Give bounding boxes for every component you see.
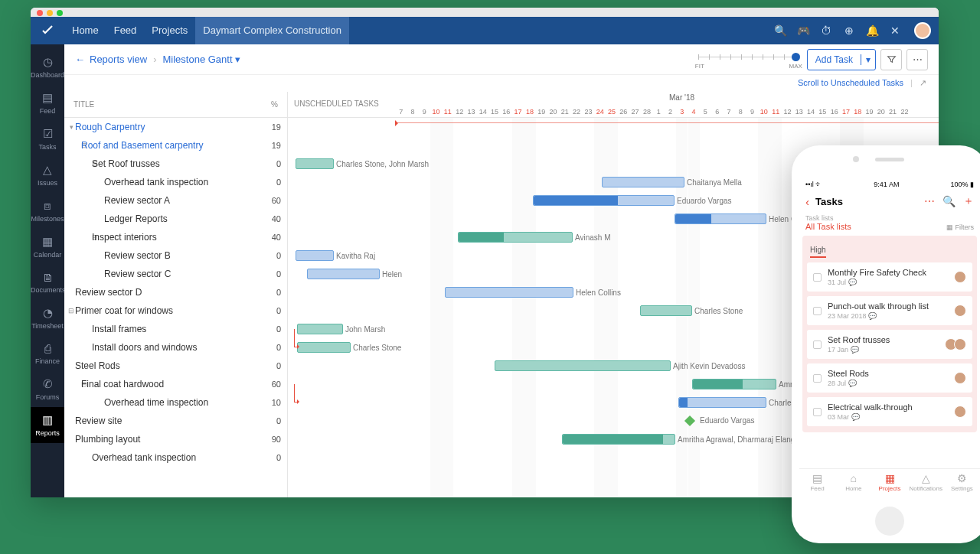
expand-icon[interactable]: ⊟: [67, 160, 92, 168]
task-row[interactable]: Review sector C0: [64, 265, 287, 283]
task-row[interactable]: Overhead tank inspection0: [64, 448, 287, 467]
breadcrumb-reports[interactable]: Reports view: [90, 54, 147, 65]
export-icon[interactable]: ↗: [920, 78, 926, 87]
day-13: 13: [466, 108, 477, 116]
gantt-bar[interactable]: John Marsh: [297, 324, 343, 334]
all-tasklists-dropdown[interactable]: All Task lists: [805, 222, 851, 231]
checkbox[interactable]: [813, 408, 822, 416]
rail-documents[interactable]: 🗎Documents: [31, 265, 64, 300]
task-row[interactable]: ⊟Roof and Basement carpentry19: [64, 136, 287, 155]
view-dropdown[interactable]: Milestone Gantt ▾: [162, 54, 240, 65]
phone-more-icon[interactable]: ⋯: [924, 195, 935, 207]
expand-icon[interactable]: ⊟: [67, 142, 81, 149]
maximize-icon[interactable]: [57, 10, 63, 16]
gantt-bar[interactable]: Helen: [307, 269, 380, 279]
task-row[interactable]: Review site0: [64, 412, 287, 430]
add-task-dropdown-icon[interactable]: ▾: [861, 54, 875, 65]
gantt-bar[interactable]: Eduardo Vargas: [533, 195, 675, 206]
task-card[interactable]: Punch-out walk through list23 Mar 2018 💬: [807, 296, 972, 325]
task-row[interactable]: ⊟Primer coat for windows0: [64, 301, 287, 320]
phone-back-icon[interactable]: ‹: [805, 195, 809, 208]
task-row[interactable]: Plumbing layout90: [64, 430, 287, 448]
app-logo-icon[interactable]: [31, 24, 64, 37]
task-row[interactable]: Overhead tank inspection0: [64, 173, 287, 191]
rail-tasks[interactable]: ☑Tasks: [31, 121, 64, 157]
gantt-bar[interactable]: Charles Stone, John Marsh: [296, 158, 334, 169]
task-row[interactable]: ▾Rough Carpentry19: [64, 118, 287, 136]
nav-feed[interactable]: Feed: [106, 17, 145, 44]
task-row[interactable]: ⊟Final coat hardwood60: [64, 375, 287, 393]
gantt-bar[interactable]: Kavitha Raj: [296, 250, 334, 261]
task-card[interactable]: Electrical walk-through03 Mar 💬: [807, 397, 972, 426]
slider-knob[interactable]: [792, 53, 800, 61]
tab-settings[interactable]: ⚙Settings: [944, 469, 980, 500]
add-icon[interactable]: ⊕: [838, 24, 861, 37]
bell-icon[interactable]: 🔔: [861, 24, 884, 37]
close-icon[interactable]: [37, 10, 43, 16]
rail-calendar[interactable]: ▦Calendar: [31, 229, 64, 265]
scroll-unscheduled-link[interactable]: Scroll to Unscheduled Tasks: [798, 78, 903, 87]
task-row[interactable]: ⊟Inspect interiors40: [64, 228, 287, 246]
phone-add-icon[interactable]: ＋: [963, 194, 974, 208]
gantt-bar[interactable]: Chaitanya Mella: [602, 177, 684, 187]
expand-icon[interactable]: ⊟: [67, 380, 81, 388]
search-icon[interactable]: 🔍: [769, 24, 792, 37]
gantt-bar[interactable]: Ajith Kevin Devadoss: [495, 360, 671, 371]
filters-toggle[interactable]: ▦ Filters: [946, 223, 974, 231]
task-row[interactable]: ⊟Set Roof trusses0: [64, 155, 287, 173]
task-card[interactable]: Set Roof trusses17 Jan 💬: [807, 330, 972, 359]
task-row[interactable]: Ledger Reports40: [64, 210, 287, 228]
rail-issues[interactable]: △Issues: [31, 157, 64, 193]
phone-search-icon[interactable]: 🔍: [942, 195, 956, 207]
checkbox[interactable]: [813, 374, 822, 383]
gamepad-icon[interactable]: 🎮: [792, 24, 815, 37]
checkbox[interactable]: [813, 273, 822, 282]
rail-milestones[interactable]: ⧈Milestones: [31, 193, 64, 229]
rail-finance[interactable]: ⎙Finance: [31, 336, 64, 371]
gantt-bar[interactable]: Helen Collins,: [675, 213, 766, 224]
task-row[interactable]: Steel Rods0: [64, 357, 287, 375]
rail-forums[interactable]: ✆Forums: [31, 371, 64, 407]
task-row[interactable]: Install frames0: [64, 320, 287, 338]
task-row[interactable]: Install doors and windows0: [64, 338, 287, 357]
task-row[interactable]: Review sector A60: [64, 191, 287, 210]
timer-icon[interactable]: ⏱: [815, 24, 838, 37]
rail-dashboard[interactable]: ◷Dashboard: [31, 49, 64, 85]
checkbox[interactable]: [813, 307, 822, 315]
expand-icon[interactable]: ⊟: [67, 307, 75, 314]
zoom-slider[interactable]: FIT MAX: [698, 51, 798, 69]
gantt-bar[interactable]: Amritha: [692, 379, 776, 389]
expand-icon[interactable]: ⊟: [67, 233, 92, 241]
tab-home[interactable]: ⌂Home: [835, 469, 871, 500]
user-avatar[interactable]: [914, 22, 931, 39]
tools-icon[interactable]: ✕: [884, 24, 906, 37]
tab-feed[interactable]: ▤Feed: [799, 469, 835, 500]
minimize-icon[interactable]: [47, 10, 53, 16]
rail-reports[interactable]: ▥Reports: [31, 407, 64, 443]
rail-timesheet[interactable]: ◔Timesheet: [31, 300, 64, 336]
back-arrow-icon[interactable]: ←: [75, 54, 85, 65]
task-row[interactable]: Review sector B0: [64, 246, 287, 265]
filter-button[interactable]: [880, 49, 902, 70]
rail-feed[interactable]: ▤Feed: [31, 85, 64, 121]
task-card[interactable]: Steel Rods28 Jul 💬: [807, 363, 972, 393]
gantt-bar[interactable]: Charles Stone: [678, 397, 766, 408]
gantt-bar[interactable]: Amritha Agrawal, Dharmaraj Elangovan: [562, 434, 675, 445]
gantt-bar[interactable]: Charles Stone: [297, 342, 351, 353]
add-task-button[interactable]: Add Task ▾: [807, 49, 876, 70]
nav-projects[interactable]: Projects: [144, 17, 195, 44]
task-row[interactable]: Review sector D0: [64, 283, 287, 301]
checkbox[interactable]: [813, 341, 822, 349]
gantt-bar[interactable]: Charles Stone: [640, 305, 692, 316]
expand-icon[interactable]: ▾: [67, 123, 75, 131]
tab-notifications[interactable]: △Notifications: [908, 469, 944, 500]
nav-project-current[interactable]: Daymart Complex Construction: [195, 17, 349, 44]
task-row[interactable]: Overhead time inspection10: [64, 393, 287, 412]
task-card[interactable]: Monthly Fire Safety Check31 Jul 💬: [807, 262, 972, 292]
gantt-bar[interactable]: Helen Collins: [445, 287, 573, 298]
nav-home[interactable]: Home: [64, 17, 106, 44]
more-button[interactable]: ⋯: [906, 49, 928, 70]
phone-home-button[interactable]: [875, 507, 904, 536]
tab-projects[interactable]: ▦Projects: [871, 469, 907, 500]
gantt-bar[interactable]: Avinash M: [458, 232, 573, 243]
